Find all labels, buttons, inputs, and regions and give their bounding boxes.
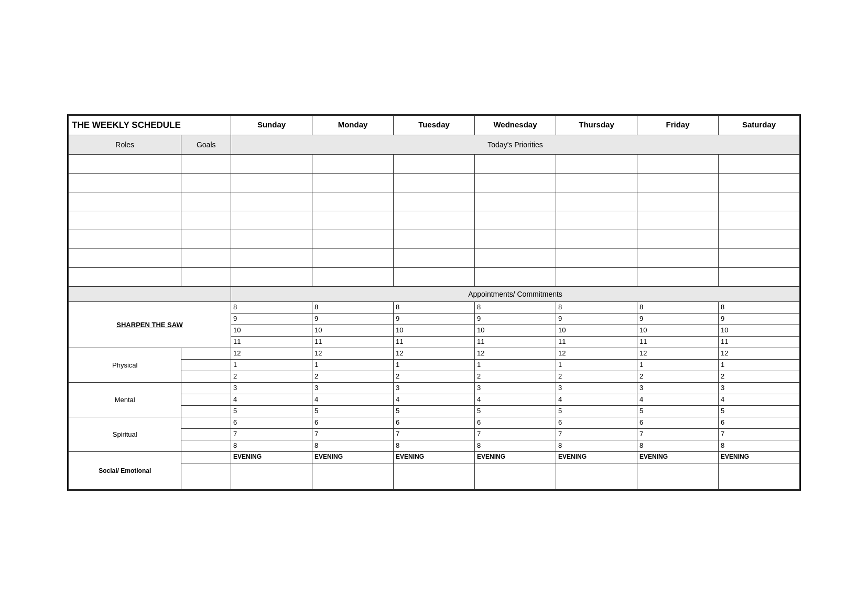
mon-time-12[interactable]: 12 — [312, 348, 394, 360]
wed-time-5[interactable]: 5 — [475, 406, 556, 417]
mon-time-1[interactable]: 1 — [312, 360, 394, 371]
mon-priority-1[interactable] — [312, 155, 394, 174]
sun-priority-1[interactable] — [231, 155, 312, 174]
fri-priority-6[interactable] — [637, 249, 719, 268]
mon-priority-5[interactable] — [312, 230, 394, 249]
tue-time-8[interactable]: 8 — [394, 302, 475, 314]
sun-time-8[interactable]: 8 — [231, 302, 312, 314]
thu-time-4[interactable]: 4 — [556, 394, 637, 406]
spiritual-goal-1[interactable] — [181, 417, 231, 429]
fri-time-6[interactable]: 6 — [637, 417, 719, 429]
sun-priority-7[interactable] — [231, 268, 312, 287]
thu-priority-5[interactable] — [556, 230, 637, 249]
mon-priority-2[interactable] — [312, 174, 394, 192]
social-goal-2[interactable] — [181, 463, 231, 490]
sun-priority-4[interactable] — [231, 211, 312, 230]
goal-1[interactable] — [181, 155, 231, 174]
thu-evening-content[interactable] — [556, 463, 637, 490]
tue-time-4[interactable]: 4 — [394, 394, 475, 406]
goal-7[interactable] — [181, 268, 231, 287]
physical-goal-2[interactable] — [181, 360, 231, 371]
tue-evening[interactable]: EVENING — [394, 452, 475, 463]
tue-priority-6[interactable] — [394, 249, 475, 268]
mon-time-11[interactable]: 11 — [312, 337, 394, 348]
fri-time-9[interactable]: 9 — [637, 314, 719, 325]
fri-time-12[interactable]: 12 — [637, 348, 719, 360]
wed-evening-content[interactable] — [475, 463, 556, 490]
wed-priority-2[interactable] — [475, 174, 556, 192]
wed-time-3[interactable]: 3 — [475, 383, 556, 394]
wed-time-2[interactable]: 2 — [475, 371, 556, 383]
thu-time-9[interactable]: 9 — [556, 314, 637, 325]
physical-goal[interactable] — [181, 348, 231, 360]
thu-priority-2[interactable] — [556, 174, 637, 192]
role-6[interactable] — [69, 249, 181, 268]
thu-time-8b[interactable]: 8 — [556, 440, 637, 452]
wed-time-10[interactable]: 10 — [475, 325, 556, 337]
fri-time-10[interactable]: 10 — [637, 325, 719, 337]
fri-evening[interactable]: EVENING — [637, 452, 719, 463]
sat-evening[interactable]: EVENING — [719, 452, 800, 463]
sat-priority-6[interactable] — [719, 249, 800, 268]
thu-time-1[interactable]: 1 — [556, 360, 637, 371]
thu-evening[interactable]: EVENING — [556, 452, 637, 463]
sat-time-11[interactable]: 11 — [719, 337, 800, 348]
wed-time-11[interactable]: 11 — [475, 337, 556, 348]
wed-priority-4[interactable] — [475, 211, 556, 230]
tue-time-3[interactable]: 3 — [394, 383, 475, 394]
tue-time-7[interactable]: 7 — [394, 429, 475, 440]
sat-priority-2[interactable] — [719, 174, 800, 192]
sun-time-9[interactable]: 9 — [231, 314, 312, 325]
tue-time-9[interactable]: 9 — [394, 314, 475, 325]
mental-goal-1[interactable] — [181, 383, 231, 394]
spiritual-goal-2[interactable] — [181, 429, 231, 440]
sat-priority-4[interactable] — [719, 211, 800, 230]
fri-priority-2[interactable] — [637, 174, 719, 192]
sat-evening-content[interactable] — [719, 463, 800, 490]
fri-evening-content[interactable] — [637, 463, 719, 490]
wed-time-8b[interactable]: 8 — [475, 440, 556, 452]
mon-priority-3[interactable] — [312, 192, 394, 211]
thu-time-5[interactable]: 5 — [556, 406, 637, 417]
role-5[interactable] — [69, 230, 181, 249]
sun-priority-6[interactable] — [231, 249, 312, 268]
wed-priority-5[interactable] — [475, 230, 556, 249]
role-1[interactable] — [69, 155, 181, 174]
sat-time-10[interactable]: 10 — [719, 325, 800, 337]
sat-time-9[interactable]: 9 — [719, 314, 800, 325]
mon-priority-6[interactable] — [312, 249, 394, 268]
spiritual-goal-3[interactable] — [181, 440, 231, 452]
sat-time-1[interactable]: 1 — [719, 360, 800, 371]
tue-evening-content[interactable] — [394, 463, 475, 490]
goal-6[interactable] — [181, 249, 231, 268]
thu-time-7[interactable]: 7 — [556, 429, 637, 440]
thu-time-12[interactable]: 12 — [556, 348, 637, 360]
sun-time-10[interactable]: 10 — [231, 325, 312, 337]
fri-time-7[interactable]: 7 — [637, 429, 719, 440]
sun-time-1[interactable]: 1 — [231, 360, 312, 371]
tue-time-5[interactable]: 5 — [394, 406, 475, 417]
sat-priority-1[interactable] — [719, 155, 800, 174]
sat-time-12[interactable]: 12 — [719, 348, 800, 360]
fri-time-8[interactable]: 8 — [637, 302, 719, 314]
wed-evening[interactable]: EVENING — [475, 452, 556, 463]
sat-time-8[interactable]: 8 — [719, 302, 800, 314]
thu-priority-6[interactable] — [556, 249, 637, 268]
sun-priority-3[interactable] — [231, 192, 312, 211]
sun-time-4[interactable]: 4 — [231, 394, 312, 406]
thu-time-6[interactable]: 6 — [556, 417, 637, 429]
wed-time-4[interactable]: 4 — [475, 394, 556, 406]
mon-time-10[interactable]: 10 — [312, 325, 394, 337]
sat-time-4[interactable]: 4 — [719, 394, 800, 406]
fri-time-5[interactable]: 5 — [637, 406, 719, 417]
sat-time-2[interactable]: 2 — [719, 371, 800, 383]
wed-time-6[interactable]: 6 — [475, 417, 556, 429]
sun-priority-2[interactable] — [231, 174, 312, 192]
tue-priority-2[interactable] — [394, 174, 475, 192]
role-3[interactable] — [69, 192, 181, 211]
thu-priority-3[interactable] — [556, 192, 637, 211]
mon-time-7[interactable]: 7 — [312, 429, 394, 440]
thu-time-10[interactable]: 10 — [556, 325, 637, 337]
thu-time-11[interactable]: 11 — [556, 337, 637, 348]
mental-goal-2[interactable] — [181, 394, 231, 406]
